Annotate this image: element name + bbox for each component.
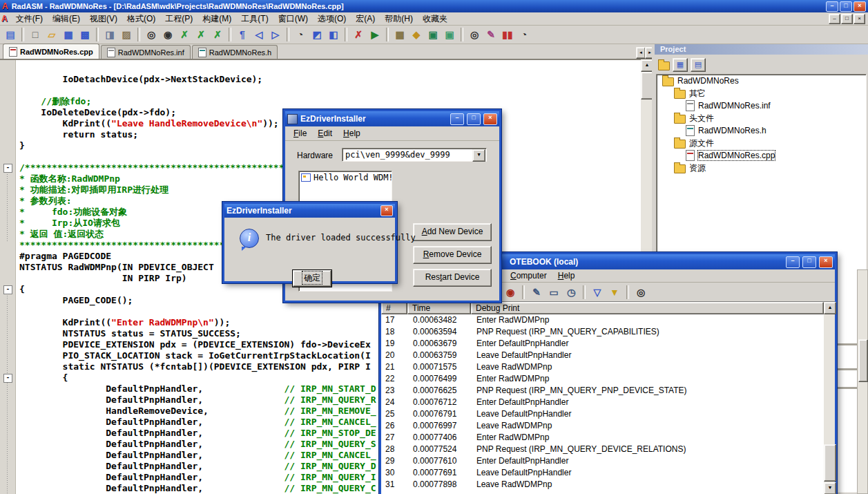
debug-row[interactable]: 300.00077691Leave DefaultPnpHandler [381,467,824,479]
chevron-down-icon[interactable]: ▼ [472,149,485,162]
hardware-combobox[interactable]: pci\ven_9999&dev_9999 ▼ [342,148,487,162]
debug-row[interactable]: 260.00076997Leave RadWDMPnp [381,420,824,432]
debug-row[interactable]: 310.00077898Leave RadWDMPnp [381,479,824,491]
restart-device-button[interactable]: Restart Device [413,269,492,287]
tab-scroll-left-button[interactable]: ◂ [636,47,646,59]
minimize-button[interactable]: – [786,256,800,268]
delete-icon[interactable]: ✗ [351,27,366,42]
column-header-debugprint[interactable]: Debug Print [471,302,824,314]
copy-icon[interactable]: ◨ [102,27,117,42]
column-header-time[interactable]: Time [407,302,471,314]
close-button[interactable]: × [483,113,497,125]
menu-item[interactable]: 工具(T) [236,12,273,26]
debug-row[interactable]: 220.00076499Enter RadWDMPnp [381,373,824,385]
debug-row[interactable]: 240.00076712Enter DefaultPnpHandler [381,397,824,408]
tree-item[interactable]: 其它 [657,87,866,99]
find-icon[interactable]: ◎ [144,27,159,42]
close-button[interactable]: × [380,205,393,216]
remove-device-button[interactable]: Remove Device [413,246,492,264]
debug-row[interactable]: 180.00063594PNP Request (IRP_MN_QUERY_CA… [381,326,824,338]
save-all-icon[interactable]: ▩ [77,27,93,42]
device-list-item[interactable]: Hello World WD​M! [299,171,392,184]
replace-icon[interactable]: ✗ [177,27,192,42]
find-icon[interactable]: ◎ [633,285,648,300]
capture-icon[interactable]: ◉ [503,285,518,300]
menu-item[interactable]: 帮助(H) [380,12,418,26]
preview-icon[interactable]: ◔ [293,27,308,42]
paragraph-icon[interactable]: ¶ [235,27,250,42]
search-icon[interactable]: ◎ [467,27,482,42]
log-to-file-icon[interactable]: ✎ [529,285,544,300]
maximize-button[interactable]: □ [467,113,481,125]
mdi-restore-button[interactable]: □ [841,14,853,24]
menu-item[interactable]: Help [553,270,580,281]
clock-icon[interactable]: ◷ [563,285,579,300]
indent-icon[interactable]: ▷ [268,27,283,42]
new-file-icon[interactable]: □ [28,27,43,42]
debug-row[interactable]: 230.00076625PNP Request (IRP_MN_QUERY_PN… [381,385,824,397]
tab-radwdmnores-inf[interactable]: RadWDMNoRes.inf [101,45,191,59]
menu-item[interactable]: 编辑(E) [48,12,85,26]
scroll-up-button[interactable]: ▲ [824,302,836,314]
debug-row[interactable]: 290.00077610Enter DefaultPnpHandler [381,455,824,467]
mdi-close-button[interactable]: × [853,14,865,24]
debug-row[interactable]: 200.00063759Leave DefaultPnpHandler [381,350,824,361]
debugview-vertical-scrollbar[interactable]: ▲ ▼ [824,302,835,494]
dialog-titlebar[interactable]: EzDriverInstaller × [224,204,395,218]
close-button[interactable]: × [853,1,866,12]
window-icon[interactable]: ◧ [326,27,341,42]
debug-row[interactable]: 270.00077406Enter RadWDMPnp [381,432,824,444]
installer-titlebar[interactable]: EzDriverInstaller – □ × [285,111,499,126]
debug-row[interactable]: 250.00076791Leave DefaultPnpHandler [381,408,824,420]
menu-item[interactable]: 选项(O) [313,12,351,26]
menu-item[interactable]: File [289,128,311,139]
replace-all-icon[interactable]: ✗ [193,27,209,42]
menu-item[interactable]: 构建(M) [197,12,236,26]
find-next-icon[interactable]: ◉ [160,27,175,42]
menu-item[interactable]: 文件(F) [11,12,48,26]
debug-row[interactable]: 210.00071575Leave RadWDMPnp [381,361,824,373]
save-icon[interactable]: ▦ [61,27,76,42]
debug-row[interactable]: 280.00077524PNP Request (IRP_MN_QUERY_DE… [381,444,824,455]
paste-icon[interactable]: ▨ [119,27,134,42]
tree-item[interactable]: 头文件 [657,112,866,124]
fold-collapse-icon[interactable]: - [3,374,12,383]
close-button[interactable]: × [819,256,833,268]
minimize-button[interactable]: – [450,113,464,125]
grid-icon[interactable]: ▦ [392,27,407,42]
ok-button[interactable]: 确定 [293,270,331,287]
compile-icon[interactable]: ▣ [442,27,457,42]
menu-item[interactable]: 收藏夹 [418,12,452,26]
tree-item[interactable]: 资源 [657,162,866,174]
tree-item[interactable]: 源文件 [657,137,866,149]
titlebar[interactable]: A RadASM - RadWDMNoRes - [D:\RadASM\wdk\… [0,0,868,12]
add-new-device-button[interactable]: Add New Device [413,223,492,241]
menu-item[interactable]: Edit [313,128,337,139]
mdi-minimize-button[interactable]: – [829,14,840,24]
maximize-button[interactable]: □ [840,1,852,12]
menu-item[interactable]: 视图(V) [85,12,122,26]
fold-collapse-icon[interactable]: - [3,285,12,294]
package-icon[interactable]: ◆ [409,27,424,42]
stats-icon[interactable]: ▮▮ [500,27,515,42]
tree-item[interactable]: RadWDMNoRes.inf [657,99,866,112]
bookmark-icon[interactable]: ◩ [309,27,325,42]
column-header-num[interactable]: # [381,302,407,314]
open-folder-icon[interactable]: ▱ [44,27,59,42]
find-in-files-icon[interactable]: ✗ [210,27,225,42]
print-icon[interactable]: ▤ [3,27,18,42]
tree-item[interactable]: RadWDMNoRes [657,75,866,87]
menu-item[interactable]: Computer [505,270,552,281]
tab-radwdmnores-cpp[interactable]: RadWDMNoRes.cpp [3,44,99,59]
menu-item[interactable]: 工程(P) [160,12,197,26]
maximize-button[interactable]: □ [802,256,816,268]
debug-row[interactable]: 170.00063482Enter RadWDMPnp [381,314,824,326]
debug-row[interactable]: 190.00063679Enter DefaultPnpHandler [381,338,824,350]
tree-item[interactable]: RadWDMNoRes.h [657,124,866,137]
menu-item[interactable]: 格式(O) [122,12,160,26]
tree-item[interactable]: RadWDMNoRes.cpp [657,149,866,162]
scroll-down-button[interactable]: ▼ [824,482,836,494]
minimize-button[interactable]: – [826,1,838,12]
clear-display-icon[interactable]: ▭ [546,285,561,300]
tab-radwdmnores-h[interactable]: RadWDMNoRes.h [192,45,278,59]
